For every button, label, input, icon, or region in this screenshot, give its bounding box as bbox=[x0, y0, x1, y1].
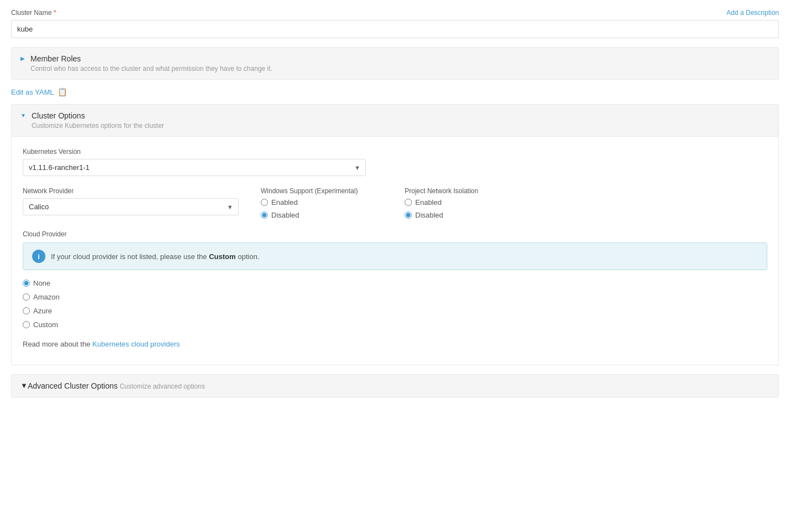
kubernetes-version-select[interactable]: v1.11.6-rancher1-1 bbox=[23, 159, 366, 176]
network-row: Network Provider Calico ▼ Windows Suppor… bbox=[23, 187, 767, 219]
advanced-toggle-icon: ▼ bbox=[20, 381, 28, 390]
member-roles-toggle-icon: ▶ bbox=[20, 55, 25, 61]
cloud-none-option[interactable]: None bbox=[23, 279, 767, 287]
network-provider-label: Network Provider bbox=[23, 187, 239, 195]
cloud-custom-radio[interactable] bbox=[23, 321, 30, 328]
info-banner-text: If your cloud provider is not listed, pl… bbox=[51, 252, 259, 261]
cluster-name-input[interactable] bbox=[11, 20, 779, 38]
windows-enabled-label: Enabled bbox=[271, 198, 298, 206]
cloud-provider-label: Cloud Provider bbox=[23, 230, 767, 238]
member-roles-title: Member Roles bbox=[30, 54, 272, 63]
cluster-options-title: Cluster Options bbox=[32, 111, 164, 120]
cloud-azure-option[interactable]: Azure bbox=[23, 307, 767, 315]
project-disabled-option[interactable]: Disabled bbox=[405, 211, 526, 219]
cloud-custom-label: Custom bbox=[33, 321, 58, 329]
cloud-amazon-option[interactable]: Amazon bbox=[23, 293, 767, 301]
project-network-radio-group: Enabled Disabled bbox=[405, 198, 526, 219]
cluster-options-section: ▼ Cluster Options Customize Kubernetes o… bbox=[11, 104, 779, 365]
cluster-options-toggle-icon: ▼ bbox=[20, 112, 26, 118]
windows-disabled-radio[interactable] bbox=[261, 211, 268, 219]
cluster-options-body: Kubernetes Version v1.11.6-rancher1-1 ▼ … bbox=[11, 137, 779, 365]
advanced-title: Advanced Cluster Options bbox=[28, 381, 118, 390]
project-enabled-option[interactable]: Enabled bbox=[405, 198, 526, 206]
windows-enabled-option[interactable]: Enabled bbox=[261, 198, 383, 206]
edit-yaml-link[interactable]: Edit as YAML bbox=[11, 88, 54, 96]
edit-yaml-row: Edit as YAML 📋 bbox=[11, 87, 779, 96]
network-provider-group: Network Provider Calico ▼ bbox=[23, 187, 239, 215]
cloud-amazon-label: Amazon bbox=[33, 293, 60, 301]
add-description-link[interactable]: Add a Description bbox=[726, 9, 779, 17]
cloud-provider-radio-list: None Amazon Azure Custom bbox=[23, 279, 767, 329]
cluster-name-header: Cluster Name * Add a Description bbox=[11, 9, 779, 17]
cloud-provider-info-banner: i If your cloud provider is not listed, … bbox=[23, 242, 767, 270]
info-banner-bold: Custom bbox=[209, 252, 235, 261]
required-star: * bbox=[54, 9, 56, 17]
windows-support-label: Windows Support (Experimental) bbox=[261, 187, 383, 195]
kubernetes-version-group: Kubernetes Version v1.11.6-rancher1-1 ▼ bbox=[23, 148, 767, 176]
member-roles-subtitle: Control who has access to the cluster an… bbox=[30, 65, 272, 73]
network-provider-select[interactable]: Calico bbox=[23, 198, 239, 215]
member-roles-header[interactable]: ▶ Member Roles Control who has access to… bbox=[11, 47, 779, 80]
cluster-options-subtitle: Customize Kubernetes options for the clu… bbox=[32, 122, 164, 130]
project-network-group: Project Network Isolation Enabled Disabl… bbox=[405, 187, 526, 219]
kubernetes-version-select-wrapper: v1.11.6-rancher1-1 ▼ bbox=[23, 159, 366, 176]
read-more-prefix: Read more about the bbox=[23, 340, 90, 348]
windows-disabled-label: Disabled bbox=[271, 211, 300, 219]
cluster-name-label-text: Cluster Name bbox=[11, 9, 51, 17]
cloud-azure-label: Azure bbox=[33, 307, 52, 315]
project-disabled-radio[interactable] bbox=[405, 211, 412, 219]
cluster-options-header[interactable]: ▼ Cluster Options Customize Kubernetes o… bbox=[11, 104, 779, 137]
windows-enabled-radio[interactable] bbox=[261, 199, 268, 206]
advanced-subtitle: Customize advanced options bbox=[120, 383, 205, 390]
project-disabled-label: Disabled bbox=[415, 211, 443, 219]
member-roles-section: ▶ Member Roles Control who has access to… bbox=[11, 47, 779, 80]
advanced-cluster-options-section: ▼ Advanced Cluster Options Customize adv… bbox=[11, 374, 779, 397]
cloud-custom-option[interactable]: Custom bbox=[23, 321, 767, 329]
project-network-label: Project Network Isolation bbox=[405, 187, 526, 195]
cloud-provider-section: Cloud Provider i If your cloud provider … bbox=[23, 230, 767, 348]
cloud-none-label: None bbox=[33, 279, 50, 287]
windows-support-group: Windows Support (Experimental) Enabled D… bbox=[261, 187, 383, 219]
copy-icon[interactable]: 📋 bbox=[58, 87, 67, 96]
cloud-azure-radio[interactable] bbox=[23, 307, 30, 314]
member-roles-title-group: Member Roles Control who has access to t… bbox=[30, 54, 272, 73]
cluster-name-label: Cluster Name * bbox=[11, 9, 56, 17]
windows-support-radio-group: Enabled Disabled bbox=[261, 198, 383, 219]
advanced-cluster-options-header[interactable]: ▼ Advanced Cluster Options Customize adv… bbox=[11, 374, 779, 397]
info-icon: i bbox=[32, 250, 45, 263]
cloud-amazon-radio[interactable] bbox=[23, 293, 30, 301]
advanced-title-group: Advanced Cluster Options Customize advan… bbox=[28, 381, 205, 390]
kubernetes-version-label: Kubernetes Version bbox=[23, 148, 767, 156]
read-more-row: Read more about the Kubernetes cloud pro… bbox=[23, 340, 767, 348]
windows-disabled-option[interactable]: Disabled bbox=[261, 211, 383, 219]
cluster-options-title-group: Cluster Options Customize Kubernetes opt… bbox=[32, 111, 164, 130]
network-provider-select-wrapper: Calico ▼ bbox=[23, 198, 239, 215]
project-enabled-label: Enabled bbox=[415, 198, 442, 206]
cloud-none-radio[interactable] bbox=[23, 280, 30, 287]
project-enabled-radio[interactable] bbox=[405, 199, 412, 206]
cluster-name-section: Cluster Name * Add a Description bbox=[11, 9, 779, 38]
read-more-link[interactable]: Kubernetes cloud providers bbox=[92, 340, 180, 348]
